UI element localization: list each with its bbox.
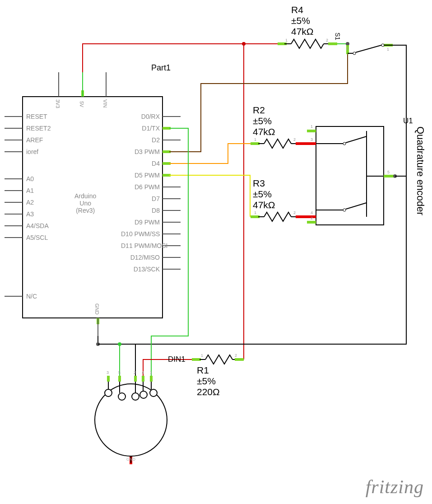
r3-label: R3 ±5% 47kΩ: [253, 178, 275, 210]
s1-label: S1: [334, 33, 341, 40]
svg-point-86: [132, 393, 139, 400]
wiring-layer: [0, 0, 432, 504]
brand-logo: fritzing: [366, 476, 424, 498]
svg-point-85: [118, 393, 125, 400]
svg-point-84: [105, 389, 112, 397]
schematic-canvas: Arduino Uno (Rev3) 3V3 5V VIN RESET RESE…: [0, 0, 432, 504]
encoder-U1: [316, 126, 393, 225]
resistor-R3: [251, 212, 316, 221]
arduino-title: Arduino Uno (Rev3): [74, 192, 96, 214]
svg-line-42: [356, 45, 381, 52]
part1-label: Part1: [151, 63, 171, 73]
din-gnd: GND: [126, 457, 135, 462]
pin-5v: 5V: [79, 101, 84, 107]
din-connector: [95, 376, 167, 463]
svg-point-88: [150, 389, 157, 397]
u1-ref: U1: [403, 117, 413, 126]
svg-point-37: [346, 42, 349, 46]
switch-S1: [348, 44, 393, 55]
arduino-left-pins: RESET RESET2 AREF ioref A0 A1 A2 A3 A4/S…: [26, 113, 51, 300]
svg-point-56: [343, 209, 346, 211]
encoder-name: Quadrature encoder: [414, 126, 426, 215]
svg-point-43: [381, 44, 384, 47]
pin-vin: VIN: [102, 99, 108, 107]
svg-point-41: [353, 52, 356, 55]
r4-label: R4 ±5% 47kΩ: [291, 5, 314, 37]
arduino-right-pins: D0/RX D1/TX D2 D3 PWM D4 D5 PWM D6 PWM D…: [121, 113, 160, 273]
svg-point-81: [118, 342, 121, 346]
pin-3v3: 3V3: [55, 99, 60, 108]
r1-label: R1 ±5% 220Ω: [197, 365, 220, 397]
resistor-R2: [251, 139, 316, 148]
pin-gnd: GND: [94, 303, 100, 314]
svg-point-87: [140, 391, 147, 398]
svg-point-52: [343, 142, 346, 145]
r2-label: R2 ±5% 47kΩ: [253, 105, 275, 137]
din-ref: DIN1: [168, 355, 186, 364]
